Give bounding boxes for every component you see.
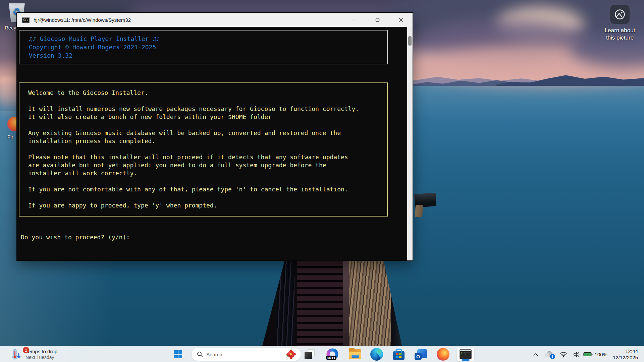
picture-icon bbox=[610, 5, 630, 24]
taskbar-app-outlook[interactable]: O bbox=[413, 348, 429, 361]
maximize-button[interactable] bbox=[366, 13, 389, 27]
welcome-text: Welcome to the Giocoso Installer. It wil… bbox=[28, 89, 387, 209]
taskbar-app-m365-copilot[interactable]: M365 bbox=[325, 348, 340, 361]
notification-badge: 1 bbox=[23, 347, 29, 353]
taskbar-app-edge[interactable] bbox=[369, 348, 384, 361]
minimize-icon bbox=[352, 18, 356, 22]
installer-welcome-box: Welcome to the Giocoso Installer. It wil… bbox=[19, 82, 388, 217]
chevron-up-icon bbox=[533, 353, 538, 356]
wooden-pier bbox=[262, 261, 402, 346]
taskbar-app-microsoft-store[interactable] bbox=[391, 348, 407, 361]
installer-copyright: Copyright © Howard Rogers 2021-2025 bbox=[29, 43, 387, 51]
weather-subtext: Next Tuesday bbox=[25, 355, 57, 360]
microsoft-store-icon bbox=[393, 351, 405, 360]
installer-title: ♫♪ Giocoso Music Player Installer ♫♪ bbox=[29, 35, 387, 43]
firefox-taskbar-icon bbox=[437, 348, 449, 361]
scrollbar-thumb[interactable] bbox=[408, 36, 412, 46]
learn-about-label-line1: Learn about bbox=[593, 27, 644, 34]
cloud-icon: i bbox=[544, 351, 554, 358]
taskbar-weather-widget[interactable]: 1 Temps to drop Next Tuesday bbox=[8, 346, 60, 362]
windows-logo-icon bbox=[174, 350, 182, 359]
m365-copilot-icon: M365 bbox=[326, 348, 339, 361]
tray-clock[interactable]: 12:44 12/12/2025 bbox=[613, 348, 638, 361]
weather-headline: Temps to drop bbox=[25, 349, 57, 355]
installer-version: Version 3.32 bbox=[29, 51, 387, 60]
clock-time: 12:44 bbox=[613, 348, 638, 354]
poinsettia-flower-icon bbox=[286, 349, 296, 359]
start-button[interactable] bbox=[170, 348, 186, 361]
taskbar-app-terminal-active[interactable]: C:\ bbox=[457, 348, 474, 361]
outlook-icon: O bbox=[415, 349, 427, 360]
terminal-app-icon: C:\ bbox=[460, 349, 472, 359]
maximize-icon bbox=[375, 18, 380, 22]
close-icon bbox=[399, 18, 403, 22]
dock-post bbox=[415, 205, 423, 217]
learn-about-label-line2: this picture bbox=[593, 34, 644, 42]
desktop-widget-learn-about-picture[interactable]: Learn about this picture bbox=[593, 5, 644, 42]
tray-weather-cloud[interactable]: i bbox=[542, 348, 557, 361]
wifi-icon bbox=[560, 352, 567, 357]
m365-badge-label: M365 bbox=[326, 356, 336, 360]
thermometer-icon bbox=[11, 348, 22, 360]
taskbar-app-firefox[interactable] bbox=[435, 348, 451, 361]
taskbar: 1 Temps to drop Next Tuesday bbox=[0, 346, 644, 362]
search-input[interactable] bbox=[206, 352, 273, 357]
clock-date: 12/12/2025 bbox=[613, 354, 638, 361]
proceed-prompt: Do you wish to proceed? (y/n): bbox=[21, 233, 130, 241]
taskbar-app-task-view[interactable] bbox=[302, 348, 317, 361]
edge-browser-icon bbox=[370, 348, 383, 361]
terminal-scrollbar[interactable] bbox=[407, 27, 413, 260]
terminal-content[interactable]: ♫♪ Giocoso Music Player Installer ♫♪ Cop… bbox=[17, 27, 407, 260]
speaker-icon bbox=[573, 352, 580, 357]
taskbar-search[interactable] bbox=[191, 348, 301, 361]
taskbar-app-file-explorer[interactable] bbox=[347, 348, 363, 361]
tray-wifi[interactable] bbox=[557, 348, 570, 361]
tray-hidden-icons-chevron[interactable] bbox=[530, 348, 542, 361]
tray-battery[interactable]: 100% bbox=[583, 348, 607, 361]
info-badge-icon: i bbox=[550, 354, 555, 359]
terminal-titlebar[interactable]: C:\ hjr@windows11: /mnt/c/Windows/System… bbox=[17, 13, 413, 27]
battery-percent-label: 100% bbox=[595, 352, 607, 357]
close-button[interactable] bbox=[389, 13, 413, 27]
tray-volume[interactable] bbox=[570, 348, 583, 361]
task-view-icon bbox=[305, 349, 315, 359]
minimize-button[interactable] bbox=[342, 13, 366, 27]
file-explorer-icon bbox=[349, 349, 361, 359]
search-icon bbox=[197, 351, 203, 357]
battery-charging-icon bbox=[583, 352, 593, 357]
active-app-indicator bbox=[462, 359, 470, 361]
terminal-window: C:\ hjr@windows11: /mnt/c/Windows/System… bbox=[16, 12, 413, 261]
installer-header-box: ♫♪ Giocoso Music Player Installer ♫♪ Cop… bbox=[19, 30, 388, 64]
window-title: hjr@windows11: /mnt/c/Windows/System32 bbox=[34, 17, 131, 23]
console-icon: C:\ bbox=[22, 17, 30, 23]
